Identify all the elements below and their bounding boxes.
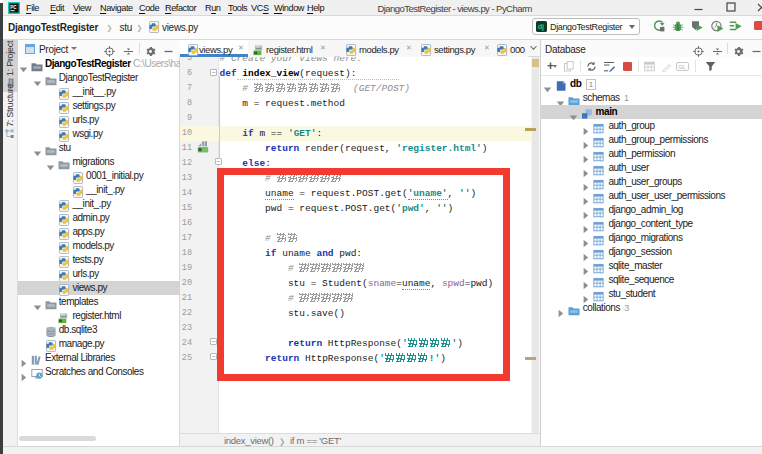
svg-text:dj: dj <box>538 22 545 31</box>
svg-text:GL: GL <box>678 64 685 70</box>
svg-text:PC: PC <box>10 5 17 10</box>
